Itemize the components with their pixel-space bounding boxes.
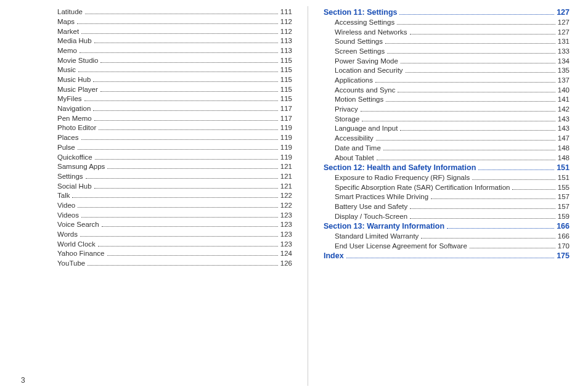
toc-label: Standard Limited Warranty [335,233,419,240]
toc-leader-dots [77,23,278,24]
toc-page-number: 119 [280,144,292,152]
toc-entry[interactable]: Date and Time148 [324,145,570,152]
toc-entry[interactable]: End User License Agreement for Software1… [324,243,570,250]
toc-entry[interactable]: Maps112 [46,18,292,26]
toc-leader-dots [447,228,554,229]
toc-entry[interactable]: About Tablet148 [324,155,570,162]
toc-entry[interactable]: Applications137 [324,77,570,84]
toc-label: Language and Input [335,125,398,133]
toc-section-heading[interactable]: Section 12: Health and Safety Informatio… [324,164,570,172]
toc-label: Social Hub [57,183,92,190]
toc-page-number: 137 [558,77,570,84]
toc-page-number: 135 [558,67,570,75]
toc-section-heading[interactable]: Section 11: Settings127 [324,9,570,17]
toc-section-heading[interactable]: Index175 [324,252,570,260]
toc-entry[interactable]: YouTube126 [46,260,292,267]
toc-page-number: 124 [280,250,292,258]
toc-entry[interactable]: Social Hub121 [46,183,292,190]
toc-entry[interactable]: Display / Touch-Screen159 [324,213,570,221]
toc-label: About Tablet [335,155,374,162]
toc-entry[interactable]: Sound Settings131 [324,38,570,46]
toc-leader-dots [400,130,555,131]
toc-entry[interactable]: Quickoffice119 [46,154,292,161]
toc-label: World Clock [57,241,96,248]
toc-entry[interactable]: Music Hub115 [46,76,292,84]
toc-page-number: 127 [557,9,570,17]
toc-entry[interactable]: World Clock123 [46,241,292,248]
toc-page-number: 123 [280,212,292,219]
toc-leader-dots [94,120,278,121]
toc-entry[interactable]: Screen Settings133 [324,48,570,55]
toc-entry[interactable]: Samsung Apps121 [46,163,292,171]
toc-leader-dots [94,188,278,189]
toc-entry[interactable]: Wireless and Networks127 [324,29,570,36]
toc-entry[interactable]: Specific Absorption Rate (SAR) Certifica… [324,184,570,192]
toc-entry[interactable]: Memo113 [46,47,292,55]
toc-entry[interactable]: Photo Editor119 [46,125,292,132]
toc-leader-dots [102,226,278,227]
toc-entry[interactable]: Talk122 [46,192,292,200]
toc-leader-dots [398,92,555,92]
toc-entry[interactable]: Places119 [46,134,292,142]
toc-entry[interactable]: Accessibility147 [324,135,570,142]
toc-label: Battery Use and Safety [335,203,407,211]
toc-entry[interactable]: Latitude111 [46,9,292,16]
toc-entry[interactable]: Storage143 [324,116,570,123]
toc-leader-dots [88,265,278,266]
toc-label: YouTube [57,260,85,267]
toc-page-number: 112 [280,28,292,36]
toc-page-number: 148 [558,145,570,152]
toc-leader-dots [361,111,555,112]
toc-page-number: 166 [558,233,570,240]
toc-label: Smart Practices While Driving [335,194,428,201]
toc-entry[interactable]: Smart Practices While Driving157 [324,194,570,201]
toc-entry[interactable]: Settings121 [46,173,292,181]
toc-entry[interactable]: Voice Search123 [46,221,292,229]
toc-label: Talk [57,192,70,200]
toc-label: Latitude [57,9,83,16]
toc-entry[interactable]: Market112 [46,28,292,36]
toc-entry[interactable]: Language and Input143 [324,125,570,133]
toc-page-number: 117 [280,115,292,123]
toc-entry[interactable]: Music Player115 [46,86,292,94]
toc-entry[interactable]: Accounts and Sync140 [324,87,570,94]
toc-entry[interactable]: Music115 [46,67,292,74]
toc-entry[interactable]: Media Hub113 [46,38,292,45]
toc-entry[interactable]: Standard Limited Warranty166 [324,233,570,240]
toc-label: End User License Agreement for Software [335,243,467,250]
toc-entry[interactable]: Pen Memo117 [46,115,292,123]
page-number: 3 [21,376,25,385]
toc-label: Accessibility [335,135,374,142]
toc-label: Section 13: Warranty Information [324,223,444,231]
toc-leader-dots [377,160,555,160]
toc-section-heading[interactable]: Section 13: Warranty Information166 [324,223,570,231]
toc-entry[interactable]: Video122 [46,202,292,210]
toc-entry[interactable]: Privacy142 [324,106,570,113]
toc-entry[interactable]: Power Saving Mode134 [324,58,570,65]
toc-entry[interactable]: Motion Settings141 [324,96,570,104]
toc-entry[interactable]: Pulse119 [46,144,292,152]
toc-label: Music Player [57,86,98,94]
toc-page-number: 115 [280,76,292,84]
toc-entry[interactable]: Exposure to Radio Frequency (RF) Signals… [324,174,570,182]
toc-entry[interactable]: Location and Security135 [324,67,570,75]
toc-entry[interactable]: Movie Studio115 [46,57,292,65]
toc-label: Privacy [335,106,358,113]
toc-entry[interactable]: Words123 [46,231,292,239]
toc-label: Sound Settings [335,38,383,46]
toc-leader-dots [78,149,278,150]
toc-leader-dots [431,198,555,199]
toc-entry[interactable]: Accessing Settings127 [324,19,570,27]
toc-label: Pen Memo [57,115,92,123]
toc-page-number: 127 [558,19,570,27]
toc-label: MyFiles [57,96,82,103]
toc-page-number: 122 [280,202,292,210]
toc-entry[interactable]: Navigation117 [46,105,292,113]
toc-page-number: 115 [280,96,292,103]
toc-page-number: 157 [558,203,570,211]
toc-entry[interactable]: MyFiles115 [46,96,292,103]
toc-entry[interactable]: Videos123 [46,212,292,219]
toc-entry[interactable]: Yahoo Finance124 [46,250,292,258]
toc-page-number: 123 [280,221,292,229]
toc-entry[interactable]: Battery Use and Safety157 [324,203,570,211]
